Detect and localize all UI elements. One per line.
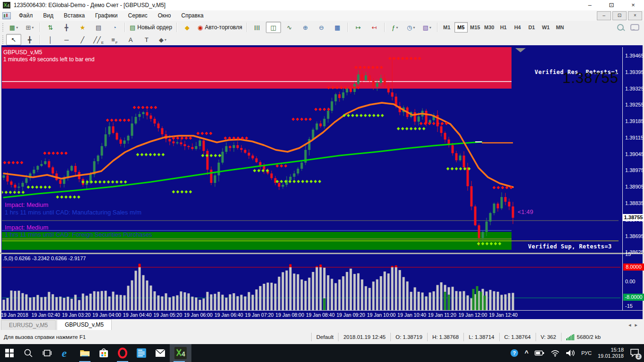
docs-icon[interactable] xyxy=(132,344,151,362)
battery-icon[interactable] xyxy=(535,350,545,356)
tray-chevron-icon[interactable]: ^ xyxy=(525,351,528,355)
autotrade-button[interactable]: ◉Авто-торговля xyxy=(196,22,244,33)
menu-item-6[interactable]: Справка xyxy=(176,11,209,21)
chart-canvas[interactable] xyxy=(2,47,622,253)
menu-item-5[interactable]: Окно xyxy=(153,11,176,21)
indicator-canvas[interactable] xyxy=(2,254,622,311)
chart-shift-button[interactable]: ↤ xyxy=(367,22,382,33)
label-icon: T xyxy=(145,36,149,43)
store-icon[interactable] xyxy=(94,344,113,362)
mail-icon[interactable] xyxy=(151,344,170,362)
timeframe-h1-button[interactable]: H1 xyxy=(497,22,510,33)
file-explorer-icon[interactable] xyxy=(75,344,94,362)
navigator-button[interactable]: ★ xyxy=(75,22,90,33)
tab-scroll-left-icon[interactable]: ◂ xyxy=(628,322,635,328)
zoom-in-button[interactable]: ⊕ xyxy=(298,22,313,33)
close-button[interactable]: × xyxy=(622,0,644,10)
tab-eurusd[interactable]: EURUSD_v,M5 xyxy=(1,320,56,330)
new-chart-button[interactable]: ▦▾ xyxy=(6,22,21,33)
chevron-down-icon[interactable]: ▾ xyxy=(413,25,415,30)
timeframe-w1-button[interactable]: W1 xyxy=(539,22,553,33)
menu-item-4[interactable]: Сервис xyxy=(123,11,153,21)
toolbar-grip[interactable] xyxy=(2,35,4,44)
line-chart-icon: ∿ xyxy=(287,24,292,31)
timeframe-m30-button[interactable]: M30 xyxy=(483,22,496,33)
timeframe-m1-button[interactable]: M1 xyxy=(440,22,454,33)
edge-icon[interactable]: e xyxy=(57,344,75,362)
line-chart-button[interactable]: ∿ xyxy=(282,22,297,33)
restore-button[interactable]: ⊡ xyxy=(601,0,622,10)
chevron-down-icon[interactable]: ▾ xyxy=(165,38,166,42)
child-minimize-button[interactable]: – xyxy=(597,11,611,20)
opera-icon[interactable] xyxy=(113,344,132,362)
notification-badge: 2 xyxy=(636,354,642,360)
vline-tool[interactable]: │ xyxy=(43,34,58,45)
toolbar-search-icon[interactable] xyxy=(617,24,624,31)
bars-chart-button[interactable]: ||| xyxy=(250,22,265,33)
tab-gbpusd[interactable]: GBPUSD_v,M5 xyxy=(57,319,111,330)
toolbar-separator xyxy=(40,23,41,32)
terminal-icon: ▤ xyxy=(96,24,101,31)
crosshair-tool[interactable]: ╋ xyxy=(22,34,37,45)
hline-tool[interactable]: ─ xyxy=(59,34,74,45)
windows-logo-icon xyxy=(5,349,14,357)
strategy-tester-button[interactable]: ◔ xyxy=(107,22,122,33)
minimize-button[interactable]: – xyxy=(579,0,601,10)
time-axis[interactable]: 19 Jan 201819 Jan 02:4019 Jan 03:2019 Ja… xyxy=(0,310,644,320)
market-watch-button[interactable]: ⇅ xyxy=(43,22,58,33)
timeframe-h4-button[interactable]: H4 xyxy=(511,22,524,33)
taskbar-search-button[interactable] xyxy=(19,344,38,362)
navigator-icon: ★ xyxy=(80,24,85,31)
menu-item-3[interactable]: Графики xyxy=(90,11,123,21)
status-profile[interactable]: Default xyxy=(311,333,338,341)
toolbar-chat-icon[interactable] xyxy=(630,24,639,31)
toolbar-grip[interactable] xyxy=(2,23,4,32)
help-icon[interactable]: ? xyxy=(510,349,519,357)
data-window-button[interactable]: ╋ xyxy=(59,22,74,33)
text-tool[interactable]: A xyxy=(123,34,138,45)
templates-button[interactable]: ▧▾ xyxy=(420,22,435,33)
timeframe-mn-button[interactable]: MN xyxy=(553,22,567,33)
task-view-button[interactable] xyxy=(38,344,57,362)
trendline-tool[interactable]: ╱ xyxy=(75,34,90,45)
chevron-down-icon[interactable]: ▾ xyxy=(429,25,431,30)
menu-item-0[interactable]: Файл xyxy=(14,11,38,21)
timeframe-m5-button[interactable]: M5 xyxy=(454,22,468,33)
child-restore-button[interactable]: ⊡ xyxy=(612,11,627,20)
chevron-down-icon[interactable]: ▾ xyxy=(32,25,33,30)
label-tool[interactable]: T xyxy=(139,34,154,45)
channel-tool[interactable]: ╱╱E xyxy=(91,34,106,45)
taskbar: e 4 ? ^ РУС 15:18 19.01.20 xyxy=(0,344,644,362)
cursor-tool[interactable]: ↖ xyxy=(6,34,21,45)
menu-item-1[interactable]: Вид xyxy=(38,11,59,21)
chevron-down-icon[interactable]: ▾ xyxy=(396,25,398,30)
toolbar-separator xyxy=(176,23,177,32)
zoom-out-button[interactable]: ⊖ xyxy=(314,22,329,33)
child-close-button[interactable]: × xyxy=(628,11,642,20)
tile-windows-button[interactable]: ▦ xyxy=(330,22,345,33)
tray-clock[interactable]: 15:18 19.01.2018 xyxy=(598,347,624,359)
profiles-button[interactable]: ⊞▾ xyxy=(22,22,37,33)
svg-text:4: 4 xyxy=(7,3,9,8)
new-order-button[interactable]: ▤Новый ордер xyxy=(128,22,174,33)
timeframe-d1-button[interactable]: D1 xyxy=(525,22,538,33)
periods-button[interactable]: ◷▾ xyxy=(404,22,419,33)
auto-scroll-button[interactable]: ↦ xyxy=(351,22,366,33)
timeframe-m15-button[interactable]: M15 xyxy=(469,22,482,33)
terminal-button[interactable]: ▤ xyxy=(91,22,106,33)
indicators-button[interactable]: ƒ▾ xyxy=(388,22,403,33)
menu-item-2[interactable]: Вставка xyxy=(58,11,90,21)
price-scale-separator xyxy=(622,47,623,310)
mt4-icon[interactable]: 4 xyxy=(170,344,191,362)
start-button[interactable] xyxy=(0,344,19,362)
signals-button[interactable]: ◆ xyxy=(180,22,195,33)
language-indicator[interactable]: РУС xyxy=(581,350,592,356)
fibo-tool[interactable]: ≡F xyxy=(107,34,122,45)
candles-chart-button[interactable]: ◫ xyxy=(266,22,281,33)
volume-icon[interactable] xyxy=(566,349,575,357)
wifi-icon[interactable] xyxy=(551,350,560,357)
chevron-down-icon[interactable]: ▾ xyxy=(16,25,18,30)
shapes-tool[interactable]: ◆▾ xyxy=(155,34,170,45)
notification-button[interactable]: 2 xyxy=(630,348,639,358)
tab-scroll-right-icon[interactable]: ▸ xyxy=(635,322,641,328)
